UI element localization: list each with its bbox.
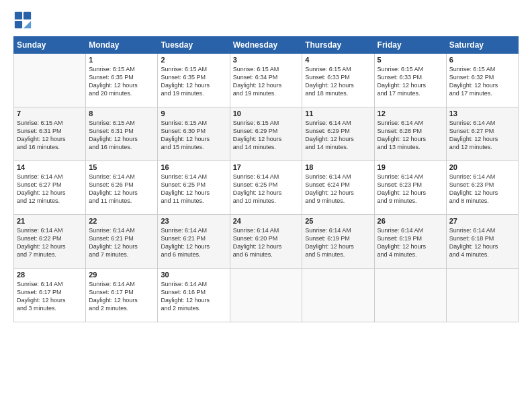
calendar-day-cell: 8Sunrise: 6:15 AM Sunset: 6:31 PM Daylig…: [86, 107, 158, 161]
calendar-weekday-tuesday: Tuesday: [158, 37, 230, 54]
day-info: Sunrise: 6:14 AM Sunset: 6:24 PM Dayligh…: [305, 173, 371, 205]
day-number: 27: [449, 217, 515, 225]
day-number: 22: [89, 217, 154, 225]
calendar-day-cell: 25Sunrise: 6:14 AM Sunset: 6:19 PM Dayli…: [302, 215, 374, 269]
calendar-day-cell: 13Sunrise: 6:14 AM Sunset: 6:27 PM Dayli…: [446, 107, 518, 161]
day-info: Sunrise: 6:15 AM Sunset: 6:34 PM Dayligh…: [233, 65, 300, 98]
calendar-day-cell: 16Sunrise: 6:14 AM Sunset: 6:25 PM Dayli…: [158, 161, 230, 215]
day-number: 30: [161, 271, 226, 279]
day-info: Sunrise: 6:14 AM Sunset: 6:20 PM Dayligh…: [233, 226, 300, 259]
day-number: 21: [17, 217, 83, 225]
logo: [13, 11, 35, 30]
day-number: 29: [89, 271, 154, 279]
day-number: 18: [305, 163, 371, 171]
day-info: Sunrise: 6:15 AM Sunset: 6:31 PM Dayligh…: [17, 119, 83, 152]
calendar-day-cell: 28Sunrise: 6:14 AM Sunset: 6:17 PM Dayli…: [14, 269, 86, 322]
svg-rect-0: [15, 12, 22, 19]
calendar-day-cell: 6Sunrise: 6:15 AM Sunset: 6:32 PM Daylig…: [446, 54, 518, 107]
calendar-day-cell: 27Sunrise: 6:14 AM Sunset: 6:18 PM Dayli…: [446, 215, 518, 269]
calendar-day-cell: [374, 269, 446, 322]
day-info: Sunrise: 6:15 AM Sunset: 6:32 PM Dayligh…: [449, 65, 515, 98]
day-number: 13: [449, 109, 515, 118]
day-info: Sunrise: 6:14 AM Sunset: 6:21 PM Dayligh…: [161, 226, 226, 259]
day-info: Sunrise: 6:15 AM Sunset: 6:35 PM Dayligh…: [161, 65, 226, 98]
day-number: 10: [233, 109, 300, 118]
day-number: 4: [305, 56, 371, 64]
day-number: 7: [17, 109, 83, 118]
calendar-day-cell: 14Sunrise: 6:14 AM Sunset: 6:27 PM Dayli…: [14, 161, 86, 215]
calendar-day-cell: 9Sunrise: 6:15 AM Sunset: 6:30 PM Daylig…: [158, 107, 230, 161]
day-info: Sunrise: 6:14 AM Sunset: 6:27 PM Dayligh…: [449, 119, 515, 152]
calendar-week-row: 28Sunrise: 6:14 AM Sunset: 6:17 PM Dayli…: [14, 269, 519, 322]
calendar-day-cell: [230, 269, 302, 322]
calendar-weekday-saturday: Saturday: [446, 37, 518, 54]
calendar-day-cell: 10Sunrise: 6:15 AM Sunset: 6:29 PM Dayli…: [230, 107, 302, 161]
svg-marker-3: [24, 21, 31, 28]
day-info: Sunrise: 6:15 AM Sunset: 6:29 PM Dayligh…: [233, 119, 300, 152]
day-info: Sunrise: 6:14 AM Sunset: 6:25 PM Dayligh…: [161, 173, 226, 205]
day-info: Sunrise: 6:15 AM Sunset: 6:35 PM Dayligh…: [89, 65, 154, 98]
day-number: 25: [305, 217, 371, 225]
day-number: 6: [449, 56, 515, 64]
day-number: 2: [161, 56, 226, 64]
day-info: Sunrise: 6:14 AM Sunset: 6:23 PM Dayligh…: [378, 173, 443, 205]
day-number: 3: [233, 56, 300, 64]
day-number: 17: [233, 163, 300, 171]
day-number: 16: [161, 163, 226, 171]
day-info: Sunrise: 6:14 AM Sunset: 6:22 PM Dayligh…: [17, 226, 83, 259]
calendar-day-cell: [446, 269, 518, 322]
day-info: Sunrise: 6:14 AM Sunset: 6:23 PM Dayligh…: [449, 173, 515, 205]
day-info: Sunrise: 6:14 AM Sunset: 6:17 PM Dayligh…: [89, 280, 154, 313]
day-info: Sunrise: 6:14 AM Sunset: 6:19 PM Dayligh…: [378, 226, 443, 259]
day-number: 1: [89, 56, 154, 64]
calendar-weekday-friday: Friday: [374, 37, 446, 54]
day-info: Sunrise: 6:14 AM Sunset: 6:26 PM Dayligh…: [89, 173, 154, 205]
calendar-day-cell: 20Sunrise: 6:14 AM Sunset: 6:23 PM Dayli…: [446, 161, 518, 215]
calendar-day-cell: [14, 54, 86, 107]
day-info: Sunrise: 6:14 AM Sunset: 6:18 PM Dayligh…: [449, 226, 515, 259]
calendar-day-cell: 22Sunrise: 6:14 AM Sunset: 6:21 PM Dayli…: [86, 215, 158, 269]
day-number: 19: [378, 163, 443, 171]
calendar-day-cell: 3Sunrise: 6:15 AM Sunset: 6:34 PM Daylig…: [230, 54, 302, 107]
calendar-day-cell: 17Sunrise: 6:14 AM Sunset: 6:25 PM Dayli…: [230, 161, 302, 215]
day-number: 15: [89, 163, 154, 171]
calendar-week-row: 7Sunrise: 6:15 AM Sunset: 6:31 PM Daylig…: [14, 107, 519, 161]
day-number: 12: [378, 109, 443, 118]
calendar-weekday-sunday: Sunday: [14, 37, 86, 54]
day-info: Sunrise: 6:14 AM Sunset: 6:29 PM Dayligh…: [305, 119, 371, 152]
calendar-day-cell: 23Sunrise: 6:14 AM Sunset: 6:21 PM Dayli…: [158, 215, 230, 269]
day-number: 23: [161, 217, 226, 225]
day-number: 11: [305, 109, 371, 118]
day-number: 28: [17, 271, 83, 279]
day-number: 20: [449, 163, 515, 171]
calendar-weekday-thursday: Thursday: [302, 37, 374, 54]
day-number: 9: [161, 109, 226, 118]
calendar-day-cell: 12Sunrise: 6:14 AM Sunset: 6:28 PM Dayli…: [374, 107, 446, 161]
day-info: Sunrise: 6:14 AM Sunset: 6:28 PM Dayligh…: [378, 119, 443, 152]
calendar-day-cell: 24Sunrise: 6:14 AM Sunset: 6:20 PM Dayli…: [230, 215, 302, 269]
calendar-day-cell: 1Sunrise: 6:15 AM Sunset: 6:35 PM Daylig…: [86, 54, 158, 107]
calendar-table: SundayMondayTuesdayWednesdayThursdayFrid…: [13, 36, 519, 322]
calendar-day-cell: 29Sunrise: 6:14 AM Sunset: 6:17 PM Dayli…: [86, 269, 158, 322]
calendar-weekday-wednesday: Wednesday: [230, 37, 302, 54]
calendar-week-row: 1Sunrise: 6:15 AM Sunset: 6:35 PM Daylig…: [14, 54, 519, 107]
calendar-day-cell: 7Sunrise: 6:15 AM Sunset: 6:31 PM Daylig…: [14, 107, 86, 161]
calendar-day-cell: 2Sunrise: 6:15 AM Sunset: 6:35 PM Daylig…: [158, 54, 230, 107]
calendar-week-row: 21Sunrise: 6:14 AM Sunset: 6:22 PM Dayli…: [14, 215, 519, 269]
day-number: 5: [378, 56, 443, 64]
calendar-day-cell: 21Sunrise: 6:14 AM Sunset: 6:22 PM Dayli…: [14, 215, 86, 269]
calendar-day-cell: 19Sunrise: 6:14 AM Sunset: 6:23 PM Dayli…: [374, 161, 446, 215]
calendar-day-cell: 26Sunrise: 6:14 AM Sunset: 6:19 PM Dayli…: [374, 215, 446, 269]
svg-rect-2: [15, 21, 22, 28]
day-number: 26: [378, 217, 443, 225]
calendar-day-cell: 11Sunrise: 6:14 AM Sunset: 6:29 PM Dayli…: [302, 107, 374, 161]
day-info: Sunrise: 6:15 AM Sunset: 6:33 PM Dayligh…: [305, 65, 371, 98]
day-info: Sunrise: 6:15 AM Sunset: 6:30 PM Dayligh…: [161, 119, 226, 152]
day-number: 14: [17, 163, 83, 171]
calendar-day-cell: [302, 269, 374, 322]
calendar-day-cell: 18Sunrise: 6:14 AM Sunset: 6:24 PM Dayli…: [302, 161, 374, 215]
day-info: Sunrise: 6:14 AM Sunset: 6:21 PM Dayligh…: [89, 226, 154, 259]
page: SundayMondayTuesdayWednesdayThursdayFrid…: [0, 0, 532, 411]
day-info: Sunrise: 6:14 AM Sunset: 6:17 PM Dayligh…: [17, 280, 83, 313]
logo-icon: [13, 11, 32, 30]
